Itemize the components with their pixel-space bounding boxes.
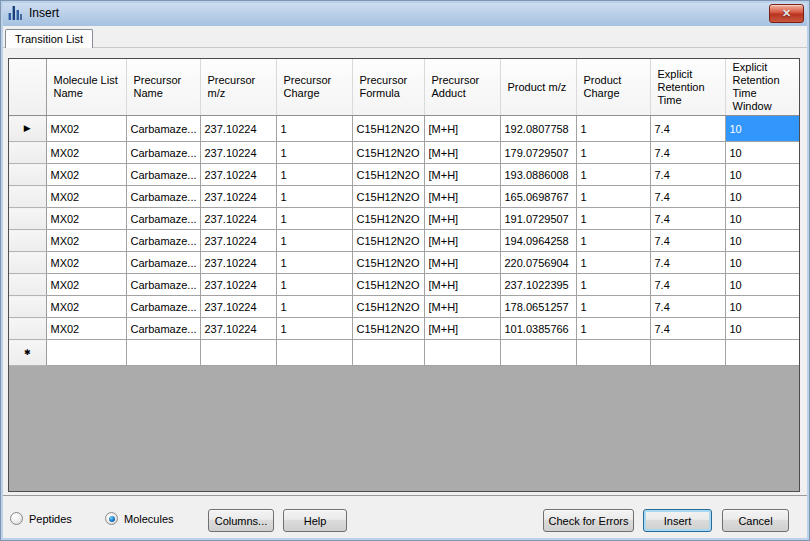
grid-cell[interactable]: 178.0651257 (500, 296, 576, 318)
grid-cell-empty[interactable] (576, 340, 650, 366)
grid-cell[interactable]: 7.4 (650, 318, 725, 340)
grid-cell[interactable]: Carbamaze... (126, 230, 200, 252)
grid-cell[interactable]: C15H12N2O (352, 274, 424, 296)
close-button[interactable]: ✕ (769, 4, 804, 23)
grid-cell[interactable]: 237.10224 (200, 208, 276, 230)
grid-cell[interactable]: [M+H] (424, 230, 500, 252)
grid-cell[interactable]: 237.1022395 (500, 274, 576, 296)
grid-column-header[interactable]: Precursor Adduct (424, 59, 500, 116)
grid-cell[interactable]: Carbamaze... (126, 208, 200, 230)
grid-cell[interactable]: 1 (576, 252, 650, 274)
grid-corner-cell[interactable] (9, 59, 46, 116)
grid-cell[interactable]: 10 (725, 230, 799, 252)
row-header-cell[interactable] (9, 252, 46, 274)
grid-cell[interactable]: Carbamaze... (126, 296, 200, 318)
tab-transition-list[interactable]: Transition List (5, 29, 93, 48)
grid-cell[interactable]: Carbamaze... (126, 274, 200, 296)
row-header-cell[interactable]: ▶ (9, 116, 46, 142)
row-header-cell[interactable] (9, 142, 46, 164)
grid-cell[interactable]: 101.0385766 (500, 318, 576, 340)
grid-cell[interactable]: 1 (576, 296, 650, 318)
row-header-cell[interactable] (9, 230, 46, 252)
grid-cell[interactable]: MX02 (46, 164, 126, 186)
grid-cell[interactable]: 1 (276, 274, 352, 296)
help-button[interactable]: Help (283, 509, 347, 532)
grid-cell[interactable]: C15H12N2O (352, 116, 424, 142)
grid-cell[interactable]: 1 (276, 186, 352, 208)
grid-cell[interactable]: 237.10224 (200, 318, 276, 340)
grid-column-header[interactable]: Product m/z (500, 59, 576, 116)
grid-column-header[interactable]: Explicit Retention Time (650, 59, 725, 116)
grid-column-header[interactable]: Precursor m/z (200, 59, 276, 116)
grid-cell[interactable]: 1 (276, 318, 352, 340)
grid-cell-empty[interactable] (650, 340, 725, 366)
grid-cell[interactable]: Carbamaze... (126, 252, 200, 274)
grid-cell[interactable]: 179.0729507 (500, 142, 576, 164)
grid-cell-empty[interactable] (126, 340, 200, 366)
grid-cell-empty[interactable] (424, 340, 500, 366)
grid-cell[interactable]: C15H12N2O (352, 142, 424, 164)
grid-cell[interactable]: 237.10224 (200, 142, 276, 164)
grid-cell[interactable]: 7.4 (650, 230, 725, 252)
grid-cell[interactable]: MX02 (46, 230, 126, 252)
grid-cell[interactable]: 10 (725, 274, 799, 296)
grid-cell[interactable]: 191.0729507 (500, 208, 576, 230)
grid-cell[interactable]: 7.4 (650, 116, 725, 142)
grid-cell[interactable]: MX02 (46, 274, 126, 296)
grid-cell[interactable]: Carbamaze... (126, 318, 200, 340)
grid-cell[interactable]: 1 (576, 142, 650, 164)
grid-cell[interactable]: 1 (576, 318, 650, 340)
grid-cell[interactable]: 10 (725, 186, 799, 208)
grid-cell[interactable]: 7.4 (650, 274, 725, 296)
grid-cell[interactable]: Carbamaze... (126, 186, 200, 208)
grid-cell[interactable]: [M+H] (424, 164, 500, 186)
grid-cell[interactable]: MX02 (46, 208, 126, 230)
grid-cell[interactable]: 10 (725, 164, 799, 186)
grid-cell[interactable]: [M+H] (424, 274, 500, 296)
grid-cell[interactable]: [M+H] (424, 208, 500, 230)
grid-cell[interactable]: 192.0807758 (500, 116, 576, 142)
row-header-cell[interactable] (9, 186, 46, 208)
grid-cell[interactable]: MX02 (46, 252, 126, 274)
grid-cell[interactable]: Carbamaze... (126, 164, 200, 186)
grid-cell[interactable]: 10 (725, 208, 799, 230)
grid-cell[interactable]: Carbamaze... (126, 116, 200, 142)
grid-cell[interactable]: [M+H] (424, 296, 500, 318)
grid-cell[interactable]: 237.10224 (200, 296, 276, 318)
radio-molecules[interactable]: Molecules (105, 512, 174, 525)
grid-cell[interactable]: 10 (725, 252, 799, 274)
grid-cell[interactable]: 7.4 (650, 252, 725, 274)
grid-cell[interactable]: 237.10224 (200, 230, 276, 252)
grid-cell[interactable]: 237.10224 (200, 186, 276, 208)
grid-column-header[interactable]: Product Charge (576, 59, 650, 116)
grid-cell[interactable]: 1 (276, 164, 352, 186)
grid-cell[interactable]: 1 (276, 252, 352, 274)
grid-cell[interactable]: 7.4 (650, 296, 725, 318)
grid-cell[interactable]: [M+H] (424, 252, 500, 274)
grid-column-header[interactable]: Precursor Charge (276, 59, 352, 116)
new-row-marker[interactable]: ✱ (9, 340, 46, 366)
grid-column-header[interactable]: Molecule List Name (46, 59, 126, 116)
grid-cell[interactable]: 7.4 (650, 142, 725, 164)
row-header-cell[interactable] (9, 318, 46, 340)
grid-column-header[interactable]: Precursor Formula (352, 59, 424, 116)
grid-cell[interactable]: 10 (725, 318, 799, 340)
grid-cell-empty[interactable] (352, 340, 424, 366)
grid-cell-empty[interactable] (46, 340, 126, 366)
grid-cell[interactable]: MX02 (46, 318, 126, 340)
grid-cell[interactable]: 1 (576, 164, 650, 186)
grid-cell[interactable]: 1 (576, 116, 650, 142)
row-header-cell[interactable] (9, 164, 46, 186)
grid-cell[interactable]: 10 (725, 296, 799, 318)
grid-cell[interactable]: 237.10224 (200, 252, 276, 274)
grid-cell[interactable]: MX02 (46, 186, 126, 208)
grid-cell[interactable]: 237.10224 (200, 116, 276, 142)
insert-button[interactable]: Insert (643, 509, 712, 532)
grid-cell[interactable]: 1 (276, 208, 352, 230)
grid-cell[interactable]: [M+H] (424, 142, 500, 164)
grid-cell[interactable]: [M+H] (424, 186, 500, 208)
grid-cell[interactable]: 7.4 (650, 186, 725, 208)
check-for-errors-button[interactable]: Check for Errors (543, 509, 634, 532)
grid-cell[interactable]: 1 (576, 208, 650, 230)
grid-cell[interactable]: 237.10224 (200, 274, 276, 296)
